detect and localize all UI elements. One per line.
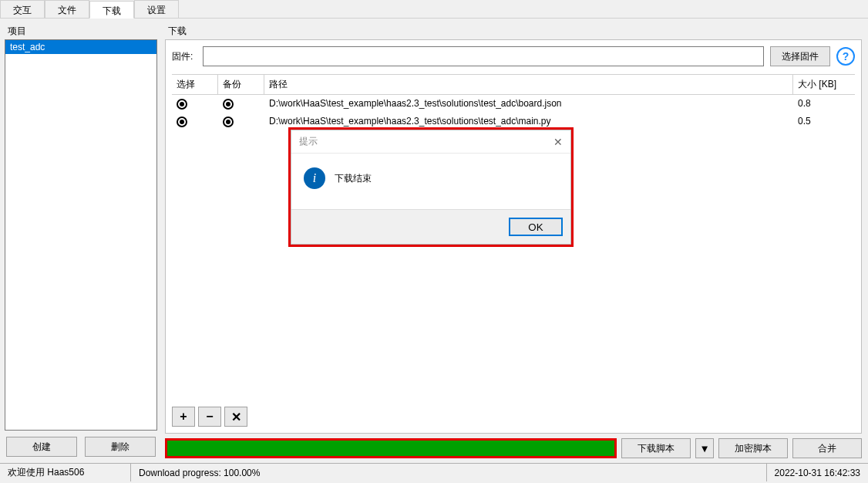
dialog-body: i 下载结束: [291, 154, 570, 209]
dialog-highlight-box: 提示 ✕ i 下载结束 OK: [288, 127, 574, 247]
tab-interact[interactable]: 交互: [0, 0, 45, 18]
project-item-selected[interactable]: test_adc: [5, 40, 156, 54]
file-toolbar: + − ✕: [172, 402, 855, 427]
delete-button[interactable]: 删除: [85, 437, 156, 457]
tab-file[interactable]: 文件: [45, 0, 89, 18]
project-panel-label: 项目: [5, 23, 157, 39]
tab-bar: 交互 文件 下载 设置: [0, 0, 868, 19]
select-firmware-button[interactable]: 选择固件: [770, 46, 830, 66]
select-radio-icon[interactable]: [177, 117, 187, 127]
tab-download[interactable]: 下载: [89, 1, 134, 19]
file-path: D:\work\HaaS\test_example\haas2.3_test\s…: [264, 95, 793, 113]
project-list[interactable]: test_adc: [5, 39, 157, 431]
backup-radio-icon[interactable]: [223, 99, 234, 110]
col-header-path: 路径: [264, 75, 793, 94]
select-radio-icon[interactable]: [177, 99, 187, 110]
status-bar: 欢迎使用 Haas506 Download progress: 100.00% …: [0, 463, 868, 481]
project-buttons: 创建 删除: [5, 431, 157, 458]
dialog-title-text: 提示: [299, 135, 318, 148]
file-size: 0.5: [793, 113, 855, 130]
backup-radio-icon[interactable]: [223, 117, 234, 127]
firmware-label: 固件:: [172, 50, 197, 63]
status-progress: Download progress: 100.00%: [131, 464, 767, 481]
progress-bar: [165, 438, 617, 458]
col-header-select: 选择: [172, 75, 218, 94]
dialog-message: 下载结束: [335, 172, 372, 185]
info-dialog: 提示 ✕ i 下载结束 OK: [291, 130, 571, 245]
encrypt-script-button[interactable]: 加密脚本: [718, 438, 788, 458]
table-row[interactable]: D:\work\HaaS\test_example\haas2.3_test\s…: [172, 95, 855, 113]
download-script-button[interactable]: 下载脚本: [621, 438, 691, 458]
clear-files-button[interactable]: ✕: [224, 407, 247, 427]
ok-button[interactable]: OK: [509, 218, 563, 236]
firmware-row: 固件: 选择固件 ?: [172, 46, 855, 66]
file-size: 0.8: [793, 95, 855, 113]
col-header-backup: 备份: [218, 75, 264, 94]
info-icon: i: [304, 167, 325, 189]
project-panel: 项目 test_adc 创建 删除: [0, 19, 162, 463]
tab-settings[interactable]: 设置: [134, 0, 179, 18]
close-icon[interactable]: ✕: [553, 136, 563, 148]
help-icon[interactable]: ?: [836, 47, 855, 66]
add-file-button[interactable]: +: [172, 407, 195, 427]
download-script-dropdown[interactable]: ▼: [695, 438, 714, 458]
status-welcome: 欢迎使用 Haas506: [0, 464, 131, 481]
create-button[interactable]: 创建: [6, 437, 77, 457]
status-datetime: 2022-10-31 16:42:33: [767, 464, 868, 481]
action-row: 下载脚本 ▼ 加密脚本 合并: [165, 434, 862, 458]
remove-file-button[interactable]: −: [198, 407, 221, 427]
dialog-titlebar: 提示 ✕: [291, 130, 570, 154]
dialog-footer: OK: [291, 209, 570, 244]
merge-button[interactable]: 合并: [792, 438, 862, 458]
firmware-input[interactable]: [203, 46, 764, 66]
col-header-size: 大小 [KB]: [793, 75, 855, 94]
file-table-header: 选择 备份 路径 大小 [KB]: [172, 75, 855, 95]
download-panel-label: 下载: [165, 23, 862, 39]
